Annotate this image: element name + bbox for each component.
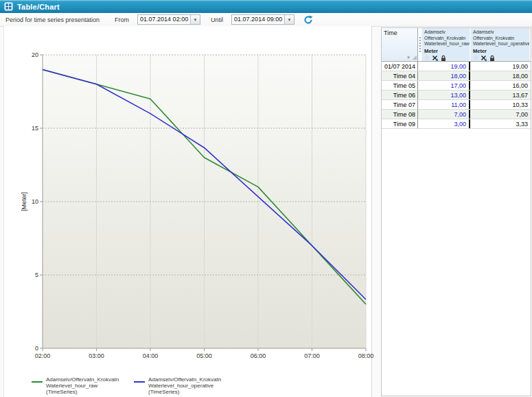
drag-dots-icon (419, 37, 421, 52)
x-marker-icon[interactable] (481, 55, 487, 61)
time-cell[interactable]: Time 04 (382, 71, 418, 80)
time-cell[interactable]: Time 05 (382, 81, 418, 90)
table-row: Time 0517,0016,00 (382, 81, 531, 91)
table-body: 01/07 201419,0019,00Time 0418,0018,00Tim… (382, 62, 531, 129)
raw-value-cell[interactable]: 11,00 (418, 100, 470, 109)
unit-label: Meter (424, 48, 468, 54)
period-toolbar: Period for time series presentation From… (0, 13, 532, 27)
table-row: 01/07 201419,0019,00 (382, 62, 531, 71)
from-date-field[interactable]: 01.07.2014 02:00 ▼ (137, 14, 200, 25)
y-tick-label: 0 (35, 345, 38, 352)
y-tick-label: 20 (32, 51, 38, 58)
legend-label: Adamselv/Offervatn_Krokvatn Waterlevel_h… (148, 376, 221, 396)
raw-value-cell[interactable]: 7,00 (418, 110, 470, 119)
lock-icon[interactable] (441, 55, 446, 61)
window-title: Table/Chart (17, 3, 60, 11)
raw-value-cell[interactable]: 19,00 (418, 62, 470, 71)
filter-icon[interactable]: ▼ (406, 55, 410, 60)
column-header-operative[interactable]: Adamselv Offervatn_Krokvatn Waterlevel_h… (470, 28, 530, 61)
x-tick-label: 05:00 (196, 352, 212, 359)
operative-value-cell[interactable]: 16,00 (470, 81, 530, 90)
column-header-time[interactable]: Time ▼ ◢ (382, 28, 418, 61)
table-row: Time 087,007,00 (382, 110, 531, 119)
favorite-icon[interactable]: ☆ (473, 55, 478, 61)
time-cell[interactable]: 01/07 2014 (382, 62, 418, 71)
table-row: Time 0613,0013,67 (382, 91, 531, 100)
time-cell[interactable]: Time 08 (382, 110, 418, 119)
x-marker-icon[interactable] (432, 55, 438, 61)
chevron-down-icon: ▼ (288, 18, 292, 22)
table-row: Time 093,003,33 (382, 119, 531, 129)
time-cell[interactable]: Time 09 (382, 119, 418, 128)
data-table: Time ▼ ◢ Adamselv Offervatn_Krokvatn Wat… (381, 27, 531, 396)
refresh-button[interactable] (303, 14, 314, 25)
series-name: Adamselv Offervatn_Krokvatn Waterlevel_h… (424, 29, 468, 47)
until-label: Until (211, 16, 223, 23)
legend-swatch (134, 381, 145, 383)
raw-value-cell[interactable]: 18,00 (418, 71, 470, 80)
legend-label: Adamselv/Offervatn_Krokvatn Waterlevel_h… (46, 376, 122, 396)
x-tick-label: 08:00 (358, 352, 374, 359)
column-header-raw[interactable]: Adamselv Offervatn_Krokvatn Waterlevel_h… (421, 28, 470, 61)
table-row: Time 0711,0010,33 (382, 100, 531, 110)
from-label: From (115, 16, 129, 23)
legend-swatch (32, 381, 43, 383)
chart: 02:0003:0004:0005:0006:0007:0008:0005101… (0, 26, 380, 397)
x-tick-label: 02:00 (35, 352, 51, 359)
lock-icon[interactable] (489, 55, 495, 61)
unit-label: Meter (473, 48, 528, 54)
table-chart-window: Table/Chart Period for time series prese… (0, 0, 532, 397)
x-tick-label: 07:00 (304, 352, 320, 359)
x-tick-label: 06:00 (251, 352, 266, 359)
x-tick-label: 04:00 (143, 352, 159, 359)
operative-value-cell[interactable]: 19,00 (470, 62, 530, 71)
x-tick-label: 03:00 (89, 352, 104, 359)
until-date-field[interactable]: 01.07.2014 09:00 ▼ (231, 14, 294, 25)
refresh-icon (303, 15, 313, 25)
table-header-row: Time ▼ ◢ Adamselv Offervatn_Krokvatn Wat… (382, 28, 531, 62)
operative-value-cell[interactable]: 7,00 (470, 110, 530, 119)
until-dropdown-button[interactable]: ▼ (284, 15, 294, 24)
from-date-value[interactable]: 01.07.2014 02:00 (138, 15, 190, 24)
y-tick-label: 10 (32, 198, 38, 205)
chart-legend: Adamselv/Offervatn_Krokvatn Waterlevel_h… (32, 376, 233, 396)
legend-item: Adamselv/Offervatn_Krokvatn Waterlevel_h… (32, 376, 122, 396)
y-axis-title: [Meter] (21, 192, 27, 211)
from-dropdown-button[interactable]: ▼ (190, 15, 200, 24)
operative-value-cell[interactable]: 13,67 (470, 91, 530, 99)
time-column-label: Time (384, 29, 397, 36)
raw-value-cell[interactable]: 17,00 (418, 81, 470, 90)
resize-grip-icon[interactable]: ◢ (413, 55, 417, 60)
y-tick-label: 15 (32, 125, 38, 132)
operative-value-cell[interactable]: 3,33 (470, 119, 530, 128)
chevron-down-icon: ▼ (194, 18, 198, 22)
period-label: Period for time series presentation (5, 16, 100, 23)
series-name: Adamselv Offervatn_Krokvatn Waterlevel_h… (473, 29, 528, 47)
until-date-value[interactable]: 01.07.2014 09:00 (232, 15, 284, 24)
y-tick-label: 5 (35, 272, 38, 278)
raw-value-cell[interactable]: 13,00 (418, 91, 470, 99)
time-cell[interactable]: Time 07 (382, 100, 418, 109)
operative-value-cell[interactable]: 18,00 (470, 71, 530, 80)
favorite-icon[interactable]: ☆ (424, 55, 430, 61)
table-chart-icon (4, 2, 13, 11)
legend-item: Adamselv/Offervatn_Krokvatn Waterlevel_h… (134, 376, 221, 396)
time-cell[interactable]: Time 06 (382, 91, 418, 99)
raw-value-cell[interactable]: 3,00 (418, 119, 470, 128)
table-row: Time 0418,0018,00 (382, 71, 531, 81)
operative-value-cell[interactable]: 10,33 (470, 100, 530, 109)
window-titlebar: Table/Chart (0, 0, 532, 13)
